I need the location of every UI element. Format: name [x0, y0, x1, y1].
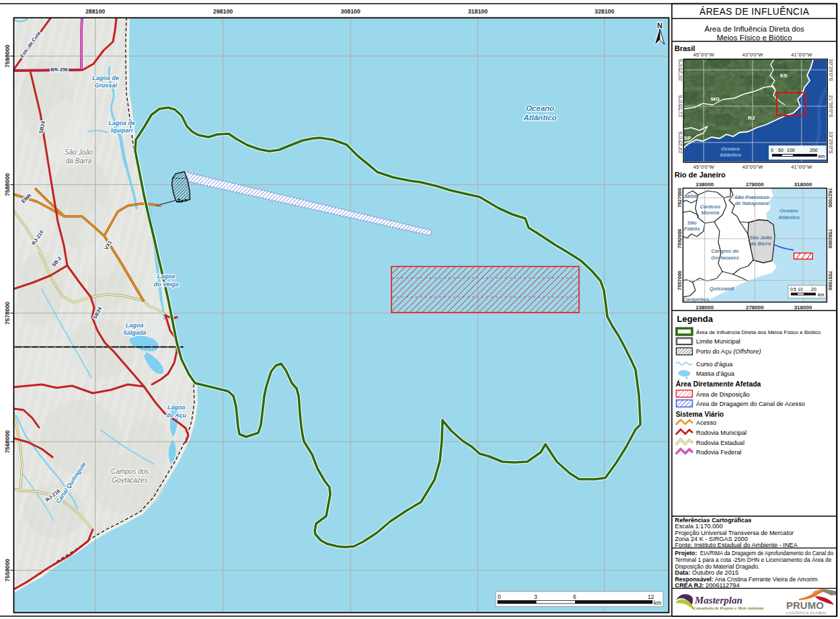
svg-text:Oceano: Oceano [779, 208, 798, 214]
svg-text:7592000: 7592000 [677, 229, 683, 248]
svg-text:Fidélis: Fidélis [684, 226, 700, 232]
svg-text:278000: 278000 [746, 304, 764, 311]
svg-text:Oceano: Oceano [526, 104, 554, 112]
svg-text:45°0'0"W: 45°0'0"W [693, 164, 715, 170]
svg-text:308100: 308100 [341, 8, 360, 15]
svg-text:de Itabapoana: de Itabapoana [735, 200, 769, 206]
svg-text:da Barra: da Barra [66, 157, 92, 165]
svg-text:43°0'0"W: 43°0'0"W [742, 164, 764, 170]
svg-text:Lagoa: Lagoa [157, 273, 176, 280]
svg-text:Escala 1:170.000: Escala 1:170.000 [675, 523, 723, 530]
svg-text:Legenda: Legenda [677, 314, 714, 324]
svg-text:LOGÍSTICA GLOBAL: LOGÍSTICA GLOBAL [786, 611, 827, 615]
svg-text:MG: MG [711, 96, 720, 102]
svg-text:100: 100 [787, 148, 795, 153]
svg-text:23°25'0"S: 23°25'0"S [828, 132, 834, 154]
svg-text:Lagoa: Lagoa [167, 404, 186, 411]
svg-text:318000: 318000 [794, 304, 812, 311]
svg-text:0: 0 [790, 287, 793, 292]
svg-text:Data: Outubro de 2015: Data: Outubro de 2015 [675, 569, 739, 576]
svg-text:5: 5 [794, 287, 796, 292]
svg-text:Rio de Janeiro: Rio de Janeiro [675, 171, 726, 179]
svg-text:7568000: 7568000 [4, 430, 11, 453]
svg-text:Oceano: Oceano [721, 146, 740, 152]
svg-text:0: 0 [498, 593, 501, 600]
svg-text:6: 6 [573, 593, 576, 600]
svg-text:Área Diretamente Afetada: Área Diretamente Afetada [676, 380, 761, 388]
svg-text:Referências Cartográficas: Referências Cartográficas [675, 517, 752, 524]
svg-text:Projeto:: Projeto: [675, 550, 697, 556]
svg-text:3: 3 [534, 593, 537, 600]
svg-text:20°25'0"S: 20°25'0"S [677, 59, 683, 81]
svg-text:SP: SP [684, 135, 691, 141]
svg-text:7598000: 7598000 [4, 44, 11, 67]
svg-text:Iquipari: Iquipari [111, 127, 133, 134]
svg-text:21°55'0"S: 21°55'0"S [828, 95, 834, 118]
svg-text:Limite Municipal: Limite Municipal [696, 338, 740, 345]
svg-text:Moreira: Moreira [701, 210, 719, 216]
svg-text:Área de Influência Direta dos: Área de Influência Direta dos [705, 25, 805, 33]
svg-text:7627000: 7627000 [827, 188, 833, 208]
svg-text:N: N [657, 22, 662, 30]
svg-text:318000: 318000 [794, 181, 812, 188]
svg-text:45°0'0"W: 45°0'0"W [693, 52, 715, 58]
svg-text:Meios Físico e Biótico: Meios Físico e Biótico [717, 34, 792, 42]
svg-text:do Veiga: do Veiga [153, 281, 178, 288]
svg-text:São Francisco: São Francisco [734, 194, 769, 200]
svg-text:238000: 238000 [695, 304, 714, 311]
svg-text:278000: 278000 [746, 181, 764, 188]
svg-text:20: 20 [811, 287, 816, 292]
svg-text:328100: 328100 [595, 8, 614, 15]
svg-text:Rodovia Federal: Rodovia Federal [696, 449, 741, 456]
svg-text:São João: São João [749, 235, 772, 241]
svg-text:Brasil: Brasil [675, 44, 695, 52]
svg-text:Terminal 1 para a cota -25m DH: Terminal 1 para a cota -25m DHN e Licenc… [675, 556, 832, 563]
svg-text:43°0'0"W: 43°0'0"W [742, 52, 764, 58]
svg-text:do Açu: do Açu [166, 412, 187, 419]
svg-text:10: 10 [798, 287, 803, 292]
svg-text:Disposição do Material Dragado: Disposição do Material Dragado. [675, 563, 760, 570]
svg-text:São João: São João [65, 149, 93, 156]
svg-text:23°25'0"S: 23°25'0"S [677, 132, 683, 154]
svg-text:50: 50 [778, 148, 784, 153]
svg-text:Atlântico: Atlântico [523, 114, 556, 122]
svg-text:São: São [687, 220, 697, 226]
svg-text:Sistema Viário: Sistema Viário [676, 411, 724, 418]
svg-text:Salgada: Salgada [123, 329, 147, 336]
svg-text:Projeção Universal Transversa: Projeção Universal Transversa de Mercato… [675, 530, 794, 536]
svg-text:Rodovia Estadual: Rodovia Estadual [696, 440, 744, 446]
svg-text:Goytacazes: Goytacazes [711, 255, 739, 261]
svg-text:288100: 288100 [85, 8, 105, 15]
svg-text:EIA/RIMA da Dragagem de Aprofu: EIA/RIMA da Dragagem de Aprofundamento d… [700, 550, 833, 556]
svg-text:0: 0 [771, 148, 773, 153]
svg-text:7578000: 7578000 [4, 302, 11, 325]
svg-text:Grussaí: Grussaí [94, 82, 118, 89]
svg-text:41°0'0"W: 41°0'0"W [791, 164, 812, 170]
svg-text:7557000: 7557000 [677, 271, 683, 290]
svg-text:20°25'0"S: 20°25'0"S [828, 59, 834, 81]
svg-text:41°0'0"W: 41°0'0"W [791, 52, 812, 58]
svg-text:CREA RJ: 2006112794: CREA RJ: 2006112794 [675, 582, 740, 589]
svg-text:km: km [654, 600, 661, 606]
svg-text:BR-356: BR-356 [50, 67, 68, 73]
svg-text:Curso d'água: Curso d'água [696, 361, 733, 368]
svg-text:Italva: Italva [684, 193, 697, 199]
svg-text:PRUMO: PRUMO [786, 600, 824, 611]
svg-text:Fonte: Instituto Estadual do A: Fonte: Instituto Estadual do Ambiente - … [675, 542, 798, 548]
svg-text:Acesso: Acesso [696, 419, 716, 426]
svg-text:ES: ES [780, 73, 788, 79]
svg-text:km: km [818, 292, 825, 297]
svg-text:7558000: 7558000 [4, 559, 11, 581]
svg-text:Rodovia Municipal: Rodovia Municipal [696, 429, 747, 436]
svg-text:318100: 318100 [468, 8, 488, 15]
svg-text:Área de Influência Direta dos: Área de Influência Direta dos Meios Físi… [696, 329, 821, 335]
svg-text:RJ: RJ [748, 115, 755, 121]
svg-text:Carapebus: Carapebus [683, 296, 710, 302]
svg-text:298100: 298100 [213, 8, 233, 15]
svg-text:Massa d'água: Massa d'água [696, 370, 735, 377]
svg-text:200: 200 [810, 148, 818, 153]
svg-text:Área de Dragagem do Canal de A: Área de Dragagem do Canal de Acesso [696, 401, 805, 407]
svg-text:Lagoa: Lagoa [126, 322, 144, 329]
svg-text:Quissamã: Quissamã [710, 286, 734, 292]
svg-text:Atlântico: Atlântico [777, 214, 800, 220]
